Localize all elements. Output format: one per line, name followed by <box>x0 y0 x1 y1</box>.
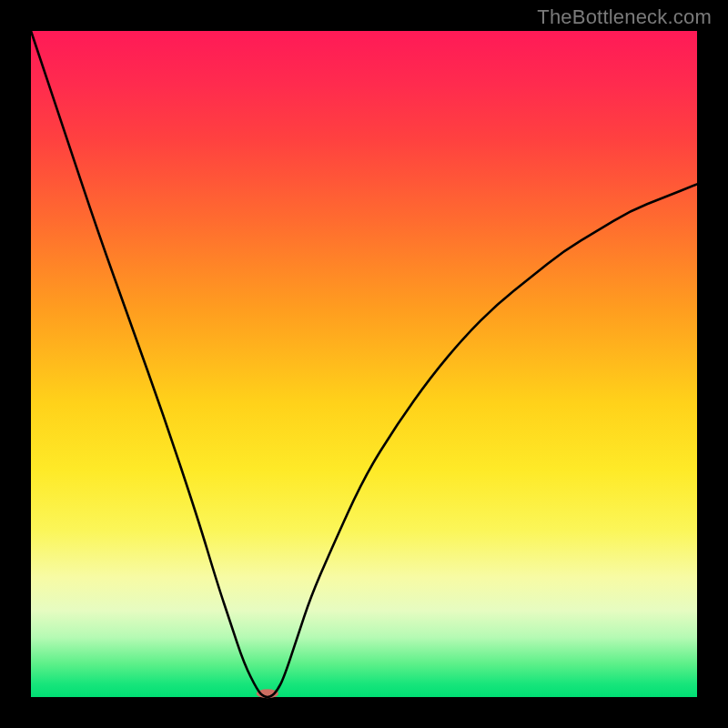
chart-frame: TheBottleneck.com <box>0 0 728 728</box>
watermark-text: TheBottleneck.com <box>537 5 712 29</box>
plot-area <box>31 31 697 697</box>
bottleneck-curve <box>31 31 697 697</box>
chart-svg <box>31 31 697 697</box>
